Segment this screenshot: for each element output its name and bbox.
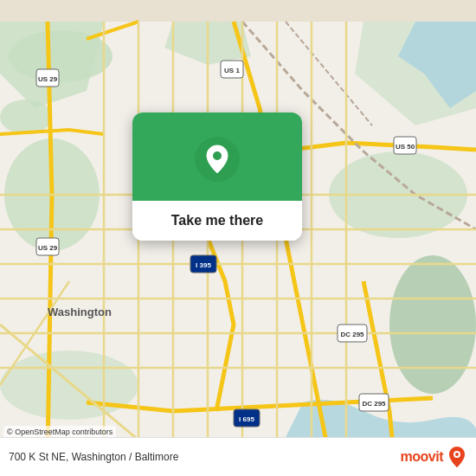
bottom-bar: 700 K St NE, Washington / Baltimore moov… bbox=[0, 437, 476, 476]
svg-text:Washington: Washington bbox=[48, 306, 112, 318]
location-pin-icon bbox=[195, 137, 240, 182]
svg-text:US 29: US 29 bbox=[38, 244, 58, 252]
popup-card: Take me there bbox=[132, 113, 302, 241]
map-container: US 29 US 29 US 1 US 50 I 395 I 695 DC 29… bbox=[0, 0, 476, 476]
address-text: 700 K St NE, Washington / Baltimore bbox=[9, 451, 178, 463]
take-me-there-button[interactable]: Take me there bbox=[132, 201, 302, 241]
svg-point-7 bbox=[0, 351, 138, 420]
svg-text:US 29: US 29 bbox=[38, 75, 58, 83]
address-section: 700 K St NE, Washington / Baltimore bbox=[9, 451, 178, 463]
svg-point-3 bbox=[0, 100, 52, 134]
svg-point-2 bbox=[9, 30, 113, 82]
svg-text:DC 295: DC 295 bbox=[340, 331, 364, 338]
svg-text:I 395: I 395 bbox=[196, 261, 211, 269]
svg-text:US 50: US 50 bbox=[396, 143, 415, 151]
svg-text:DC 295: DC 295 bbox=[362, 400, 386, 408]
svg-point-6 bbox=[389, 255, 476, 394]
svg-point-45 bbox=[213, 151, 222, 160]
moovit-logo-pin-icon bbox=[447, 445, 467, 469]
svg-point-47 bbox=[455, 453, 459, 456]
osm-attribution: © OpenStreetMap contributors bbox=[3, 426, 116, 438]
svg-text:I 695: I 695 bbox=[239, 415, 254, 423]
popup-green-section bbox=[132, 113, 302, 201]
svg-text:US 1: US 1 bbox=[224, 67, 240, 74]
moovit-logo: moovit bbox=[401, 445, 467, 469]
moovit-text: moovit bbox=[401, 449, 443, 465]
